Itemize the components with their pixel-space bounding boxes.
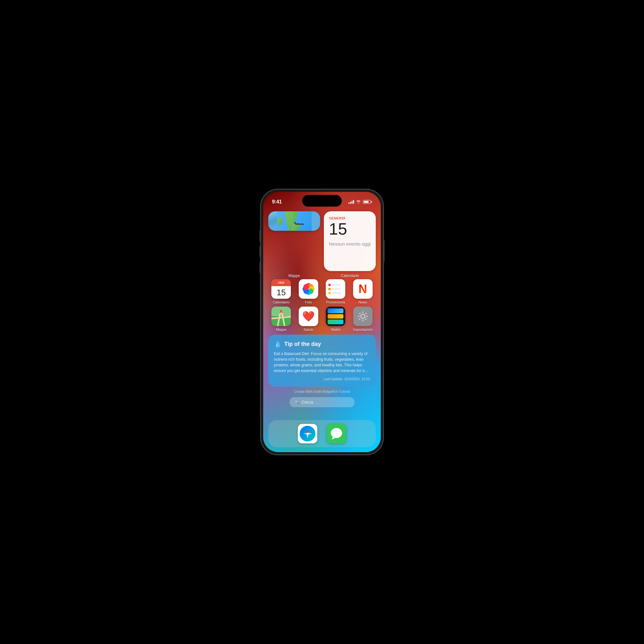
svg-point-13	[361, 315, 364, 318]
dynamic-island	[302, 195, 342, 207]
gear-svg	[357, 311, 369, 322]
photos-flower	[302, 282, 315, 296]
reminder-dot-orange	[328, 288, 331, 290]
promemoria-icon[interactable]	[326, 279, 345, 299]
svg-rect-9	[359, 313, 361, 314]
reminder-item-1	[328, 284, 341, 286]
wallet-label: Wallet	[331, 328, 340, 331]
tip-update-label: Last Update:	[324, 377, 343, 381]
dock	[268, 420, 376, 447]
tip-title: Tip of the day	[284, 341, 321, 347]
maps-widget-container: ●Roma Mappe	[268, 211, 320, 271]
safari-dock-icon[interactable]	[298, 424, 317, 443]
map-svg-area	[268, 211, 320, 231]
svg-rect-5	[362, 311, 363, 313]
cal-no-event: Nessun evento oggi	[329, 241, 371, 247]
svg-point-21	[331, 428, 342, 438]
wallet-icon[interactable]	[326, 307, 345, 326]
safari-compass	[300, 426, 315, 441]
mappe-label: Mappe	[276, 328, 286, 331]
reminder-dot-yellow	[328, 292, 331, 294]
news-icon[interactable]: N	[353, 279, 373, 299]
tip-update-value: 15/3/2024, 12:32	[344, 377, 370, 381]
maps-small-svg	[271, 307, 291, 326]
search-placeholder: Cerca	[301, 400, 313, 405]
messages-svg	[327, 424, 346, 443]
maps-widget-label: Mappe	[288, 274, 300, 278]
cal-app-day-abbr: VEN	[278, 281, 284, 284]
messages-dock-icon[interactable]	[327, 424, 346, 443]
cal-app-day-num: 15	[277, 288, 286, 297]
tutorial-label: Create-With-Swift-WidgetKIt-Tutorial	[268, 390, 376, 393]
calendario-label: Calendario	[273, 300, 290, 304]
battery-icon	[363, 200, 372, 204]
safari-compass-svg	[301, 427, 314, 440]
reminder-line-1	[332, 285, 341, 285]
news-letter: N	[358, 282, 367, 296]
phone-screen: 9:41	[263, 192, 381, 452]
reminder-item-3	[328, 292, 341, 294]
tip-update: Last Update: 15/3/2024, 12:32	[274, 377, 370, 381]
large-widgets-row: ●Roma Mappe VENERDÌ 15 Nessun evento ogg…	[268, 211, 376, 271]
calendar-widget-container: VENERDÌ 15 Nessun evento oggi Calendario	[324, 211, 376, 271]
reminder-line-3	[332, 293, 341, 293]
mappe-icon[interactable]	[271, 307, 291, 326]
svg-rect-7	[358, 316, 360, 317]
app-row-1: VEN 15 Calendario	[268, 279, 376, 304]
news-label: News	[358, 300, 367, 304]
app-item-impostazioni: Impostazioni	[350, 307, 376, 331]
maps-large-widget[interactable]: ●Roma	[268, 211, 320, 231]
signal-icon	[348, 200, 354, 204]
foto-label: Foto	[305, 300, 312, 304]
promemoria-label: Promemoria	[326, 300, 345, 304]
tip-header: 💧 Tip of the day	[274, 340, 370, 348]
search-bar[interactable]: 🔍 Cerca	[290, 397, 354, 407]
reminder-line-2	[332, 289, 341, 289]
wallet-card-1	[328, 308, 343, 313]
foto-icon[interactable]	[299, 279, 318, 299]
svg-rect-10	[365, 318, 367, 320]
tip-body: Eat a Balanced Diet: Focus on consuming …	[274, 351, 370, 374]
calendario-icon[interactable]: VEN 15	[271, 279, 291, 299]
app-item-news: N News	[350, 279, 376, 304]
app-item-wallet: Wallet	[323, 307, 349, 331]
cal-app-body: 15	[277, 286, 286, 299]
reminder-dot-red	[328, 284, 331, 286]
app-item-calendario: VEN 15 Calendario	[268, 279, 294, 304]
svg-rect-8	[366, 316, 368, 317]
roma-label: ●Roma	[295, 223, 304, 225]
wallet-card-3	[328, 319, 343, 324]
salute-icon[interactable]: ❤️	[299, 307, 318, 326]
health-heart: ❤️	[302, 310, 315, 322]
app-item-mappe: Mappe	[268, 307, 294, 331]
calendar-large-widget[interactable]: VENERDÌ 15 Nessun evento oggi	[324, 211, 376, 271]
calendar-widget-label: Calendario	[341, 274, 359, 278]
svg-rect-11	[358, 318, 360, 320]
cal-day-num: 15	[329, 221, 371, 237]
search-icon: 🔍	[295, 400, 299, 404]
italy-map-svg	[277, 211, 312, 231]
impostazioni-label: Impostazioni	[353, 328, 373, 331]
status-time: 9:41	[272, 199, 282, 205]
app-row-2: Mappe ❤️ Salute Wallet	[268, 307, 376, 331]
svg-point-19	[307, 433, 308, 435]
maps-map: ●Roma	[268, 211, 320, 231]
svg-rect-12	[365, 313, 367, 314]
tip-drop-icon: 💧	[274, 340, 282, 348]
wallet-card-2	[328, 314, 343, 319]
cal-app-header: VEN	[271, 279, 291, 286]
petal-8	[303, 284, 309, 290]
phone-device: 9:41	[261, 189, 383, 455]
home-screen-content: ●Roma Mappe VENERDÌ 15 Nessun evento ogg…	[263, 208, 381, 407]
reminder-item-2	[328, 288, 341, 290]
app-item-salute: ❤️ Salute	[296, 307, 322, 331]
tip-of-day-widget[interactable]: 💧 Tip of the day Eat a Balanced Diet: Fo…	[268, 335, 376, 386]
wifi-icon	[356, 200, 361, 204]
svg-rect-6	[362, 319, 363, 321]
app-item-promemoria: Promemoria	[323, 279, 349, 304]
status-icons	[348, 200, 372, 204]
app-item-foto: Foto	[296, 279, 322, 304]
impostazioni-icon[interactable]	[353, 307, 373, 326]
salute-label: Salute	[303, 328, 313, 331]
